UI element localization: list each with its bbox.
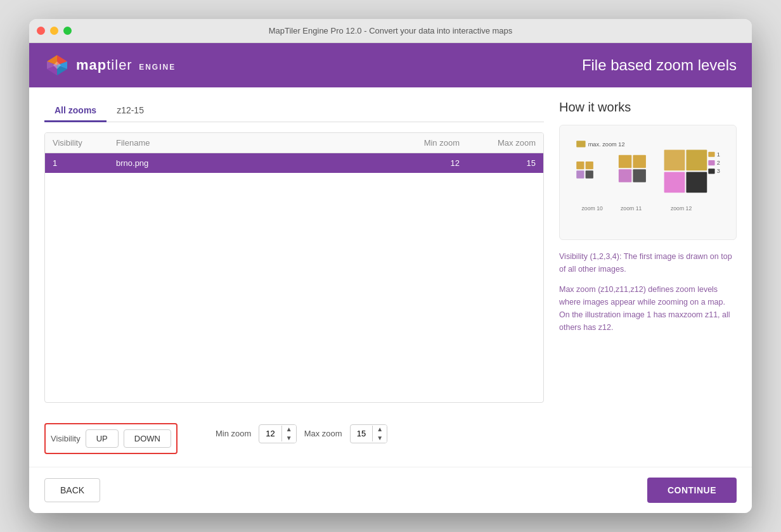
maximize-button[interactable] bbox=[63, 27, 72, 35]
visibility-label: Visibility bbox=[51, 434, 81, 443]
logo-text-map: maptiler bbox=[76, 57, 132, 73]
svg-rect-9 bbox=[633, 155, 646, 168]
logo-icon bbox=[44, 53, 70, 78]
bottom-bar: BACK CONTINUE bbox=[29, 467, 752, 513]
logo-engine: ENGINE bbox=[139, 63, 176, 72]
svg-rect-20 bbox=[708, 168, 714, 174]
col-max-zoom: Max zoom bbox=[460, 138, 536, 148]
max-zoom-label: Max zoom bbox=[304, 429, 342, 438]
traffic-lights bbox=[37, 27, 72, 35]
table-header: Visibility Filename Min zoom Max zoom bbox=[45, 133, 543, 153]
titlebar: MapTiler Engine Pro 12.0 - Convert your … bbox=[29, 19, 752, 43]
svg-text:3: 3 bbox=[717, 168, 720, 174]
svg-rect-14 bbox=[664, 172, 685, 193]
max-zoom-down[interactable]: ▼ bbox=[373, 434, 387, 443]
continue-button[interactable]: CONTINUE bbox=[647, 478, 737, 503]
cell-visibility: 1 bbox=[53, 158, 116, 168]
min-zoom-arrows: ▲ ▼ bbox=[282, 425, 296, 443]
cell-max-zoom: 15 bbox=[460, 158, 536, 168]
right-panel: How it works max. zoom 12 bbox=[559, 100, 737, 454]
logo-area: maptiler ENGINE bbox=[44, 53, 176, 78]
svg-rect-7 bbox=[586, 170, 593, 178]
help-text-2: Max zoom (z10,z11,z12) defines zoom leve… bbox=[559, 283, 737, 334]
app-header: maptiler ENGINE File based zoom levels bbox=[29, 43, 752, 87]
svg-text:zoom 12: zoom 12 bbox=[671, 205, 692, 212]
svg-rect-11 bbox=[633, 169, 646, 182]
svg-rect-13 bbox=[686, 150, 707, 171]
svg-rect-2 bbox=[576, 141, 585, 147]
svg-rect-5 bbox=[586, 162, 593, 169]
cell-min-zoom: 12 bbox=[384, 158, 460, 168]
min-zoom-up[interactable]: ▲ bbox=[282, 425, 296, 434]
svg-rect-16 bbox=[708, 152, 714, 157]
page-title: File based zoom levels bbox=[582, 56, 737, 74]
back-button[interactable]: BACK bbox=[44, 478, 100, 502]
app-window: MapTiler Engine Pro 12.0 - Convert your … bbox=[29, 19, 752, 513]
svg-rect-10 bbox=[619, 169, 632, 182]
col-min-zoom: Min zoom bbox=[384, 138, 460, 148]
illustration-box: max. zoom 12 bbox=[559, 125, 737, 240]
down-button[interactable]: DOWN bbox=[124, 429, 171, 448]
max-zoom-arrows: ▲ ▼ bbox=[373, 425, 387, 443]
svg-rect-18 bbox=[708, 160, 714, 165]
svg-rect-6 bbox=[576, 170, 584, 178]
left-panel: All zooms z12-15 Visibility Filename Min… bbox=[44, 100, 544, 454]
col-filename: Filename bbox=[116, 138, 384, 148]
minimize-button[interactable] bbox=[50, 27, 58, 35]
svg-rect-12 bbox=[664, 150, 685, 171]
svg-text:zoom 11: zoom 11 bbox=[621, 205, 642, 212]
svg-rect-8 bbox=[619, 155, 632, 168]
table-row[interactable]: 1 brno.png 12 15 bbox=[45, 153, 543, 173]
svg-text:max. zoom 12: max. zoom 12 bbox=[588, 141, 625, 148]
file-table: Visibility Filename Min zoom Max zoom 1 … bbox=[44, 132, 544, 403]
zoom-controls: Min zoom 12 ▲ ▼ Max zoom 15 ▲ ▼ bbox=[216, 424, 387, 443]
illustration-svg: max. zoom 12 bbox=[570, 136, 726, 227]
max-zoom-value: 15 bbox=[351, 426, 373, 441]
svg-text:2: 2 bbox=[717, 160, 720, 166]
logo-label: maptiler ENGINE bbox=[76, 57, 176, 73]
min-zoom-label: Min zoom bbox=[216, 429, 251, 438]
tab-all-zooms[interactable]: All zooms bbox=[44, 100, 106, 122]
tab-z12-15[interactable]: z12-15 bbox=[106, 100, 154, 122]
cell-filename: brno.png bbox=[116, 158, 384, 168]
svg-rect-15 bbox=[686, 172, 707, 193]
main-content: All zooms z12-15 Visibility Filename Min… bbox=[29, 87, 752, 467]
how-it-works-title: How it works bbox=[559, 100, 737, 115]
window-title: MapTiler Engine Pro 12.0 - Convert your … bbox=[269, 26, 513, 35]
max-zoom-input-group: 15 ▲ ▼ bbox=[350, 424, 387, 443]
up-button[interactable]: UP bbox=[86, 429, 119, 448]
close-button[interactable] bbox=[37, 27, 45, 35]
svg-rect-4 bbox=[576, 162, 584, 169]
tabs-container: All zooms z12-15 bbox=[44, 100, 544, 122]
max-zoom-up[interactable]: ▲ bbox=[373, 425, 387, 434]
svg-text:1: 1 bbox=[717, 151, 720, 158]
min-zoom-input-group: 12 ▲ ▼ bbox=[259, 424, 296, 443]
visibility-controls: Visibility UP DOWN bbox=[44, 423, 178, 454]
min-zoom-value: 12 bbox=[259, 426, 281, 441]
svg-text:zoom 10: zoom 10 bbox=[581, 205, 603, 212]
col-visibility: Visibility bbox=[53, 138, 116, 148]
help-text-1: Visibility (1,2,3,4): The first image is… bbox=[559, 250, 737, 276]
min-zoom-down[interactable]: ▼ bbox=[282, 434, 296, 443]
